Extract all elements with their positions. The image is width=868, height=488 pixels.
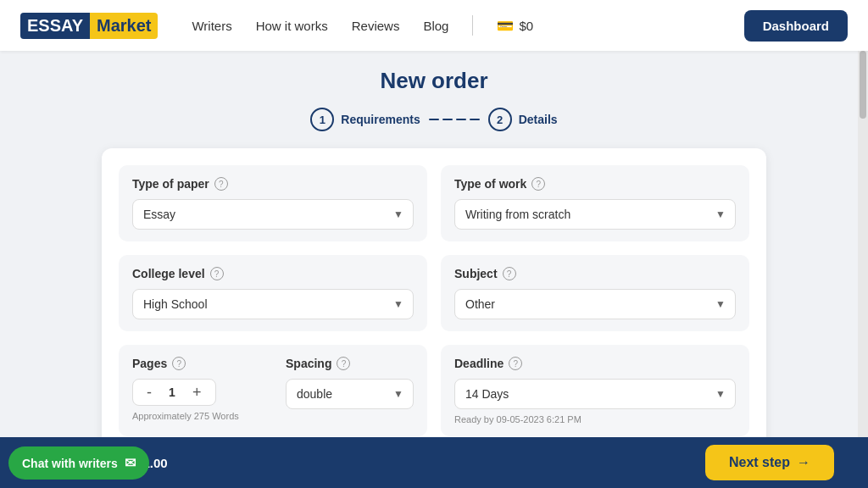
steps-indicator: 1 Requirements 2 Details: [102, 108, 766, 131]
nav-reviews[interactable]: Reviews: [352, 19, 400, 33]
main-content: New order 1 Requirements 2 Details Type …: [0, 51, 868, 437]
subject-field: Subject ? Other English History Science …: [441, 255, 749, 331]
pages-section: Pages ? - 1 + Approximately 275 Words: [132, 357, 260, 421]
logo: ESSAY Market: [20, 13, 158, 39]
step-dashes: [429, 119, 480, 120]
college-level-select-wrapper: High School College University Master's …: [132, 289, 414, 319]
nav-balance: 💳 $0: [497, 18, 533, 34]
subject-select-wrapper: Other English History Science Math ▼: [454, 289, 736, 319]
type-of-paper-help[interactable]: ?: [214, 177, 228, 191]
step-2-label: Details: [519, 113, 558, 126]
pages-label-row: Pages ?: [132, 357, 260, 370]
spacing-select[interactable]: double single: [286, 379, 414, 409]
step-2[interactable]: 2 Details: [488, 108, 558, 131]
college-level-field: College level ? High School College Univ…: [119, 255, 427, 331]
deadline-label-row: Deadline ?: [454, 357, 736, 370]
dash-3: [456, 119, 466, 120]
type-of-work-help[interactable]: ?: [531, 177, 545, 191]
college-level-help[interactable]: ?: [210, 267, 224, 280]
nav-blog[interactable]: Blog: [423, 19, 448, 33]
type-of-paper-field: Type of paper ? Essay Research Paper Cou…: [119, 165, 427, 241]
pages-increment-button[interactable]: +: [189, 385, 205, 400]
word-count: Approximately 275 Words: [132, 411, 260, 421]
chat-icon: ✉: [125, 455, 136, 471]
logo-essay: ESSAY: [20, 13, 90, 39]
pages-counter: - 1 +: [132, 379, 216, 406]
nav-writers[interactable]: Writers: [192, 19, 231, 33]
subject-select[interactable]: Other English History Science Math: [454, 289, 736, 319]
pages-spacing-field: Pages ? - 1 + Approximately 275 Words Sp…: [119, 345, 427, 436]
college-level-select[interactable]: High School College University Master's …: [132, 289, 414, 319]
type-of-work-label: Type of work: [454, 177, 526, 191]
deadline-ready-text: Ready by 09-05-2023 6:21 PM: [454, 414, 736, 424]
type-of-work-label-row: Type of work ?: [454, 177, 736, 191]
spacing-select-wrapper: double single ▼: [286, 379, 414, 409]
type-of-work-select-wrapper: Writing from scratch Editing Proofreadin…: [454, 199, 736, 230]
pages-decrement-button[interactable]: -: [143, 385, 155, 400]
step-2-circle: 2: [488, 108, 512, 131]
type-of-paper-select-wrapper: Essay Research Paper Coursework Disserta…: [132, 199, 414, 230]
logo-market: Market: [90, 13, 158, 39]
navbar: ESSAY Market Writers How it works Review…: [0, 0, 868, 51]
deadline-select-wrapper: 14 Days 7 Days 3 Days 1 Day 12 Hours ▼: [454, 379, 736, 409]
type-of-work-field: Type of work ? Writing from scratch Edit…: [441, 165, 749, 241]
nav-divider: [472, 15, 473, 36]
scrollbar[interactable]: [858, 0, 868, 488]
scrollbar-thumb[interactable]: [860, 51, 866, 119]
step-1[interactable]: 1 Requirements: [310, 108, 420, 131]
pages-value: 1: [165, 385, 179, 399]
type-of-paper-label: Type of paper: [132, 177, 209, 191]
form-card: Type of paper ? Essay Research Paper Cou…: [102, 148, 766, 437]
college-level-label-row: College level ?: [132, 267, 414, 280]
subject-label: Subject: [454, 267, 498, 280]
subject-label-row: Subject ?: [454, 267, 736, 280]
next-step-button[interactable]: Next step →: [705, 445, 834, 480]
step-1-circle: 1: [310, 108, 334, 131]
dash-4: [470, 119, 480, 120]
nav-links: Writers How it works Reviews Blog 💳 $0: [192, 15, 743, 36]
dash-1: [429, 119, 439, 120]
form-grid: Type of paper ? Essay Research Paper Cou…: [119, 165, 749, 436]
spacing-section: Spacing ? double single ▼: [286, 357, 414, 409]
college-level-label: College level: [132, 267, 205, 280]
pages-label: Pages: [132, 357, 167, 370]
pages-spacing-row: Pages ? - 1 + Approximately 275 Words Sp…: [132, 357, 414, 421]
dash-2: [442, 119, 453, 120]
spacing-help[interactable]: ?: [337, 357, 350, 370]
chat-label: Chat with writers: [22, 457, 118, 470]
chat-with-writers-button[interactable]: Chat with writers ✉: [8, 446, 149, 480]
type-of-paper-select[interactable]: Essay Research Paper Coursework Disserta…: [132, 199, 414, 230]
dashboard-button[interactable]: Dashboard: [744, 10, 848, 42]
spacing-label: Spacing: [286, 357, 331, 370]
type-of-paper-label-row: Type of paper ?: [132, 177, 414, 191]
pages-help[interactable]: ?: [172, 357, 186, 370]
deadline-select[interactable]: 14 Days 7 Days 3 Days 1 Day 12 Hours: [454, 379, 736, 409]
next-step-arrow: →: [797, 455, 810, 470]
wallet-icon: 💳: [497, 18, 514, 34]
type-of-work-select[interactable]: Writing from scratch Editing Proofreadin…: [454, 199, 736, 230]
subject-help[interactable]: ?: [503, 267, 516, 280]
page-title: New order: [102, 68, 766, 94]
spacing-label-row: Spacing ?: [286, 357, 414, 370]
nav-how-it-works[interactable]: How it works: [256, 19, 328, 33]
step-1-label: Requirements: [341, 113, 420, 126]
deadline-field: Deadline ? 14 Days 7 Days 3 Days 1 Day 1…: [441, 345, 749, 436]
next-step-label: Next step: [729, 455, 790, 470]
deadline-help[interactable]: ?: [509, 357, 522, 370]
deadline-label: Deadline: [454, 357, 504, 370]
